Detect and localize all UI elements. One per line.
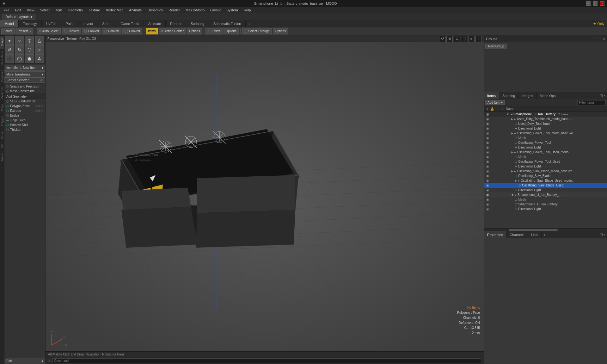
tab-game-tools[interactable]: Game Tools bbox=[116, 20, 144, 27]
tool-target-btn[interactable]: ◎ bbox=[25, 36, 34, 45]
tree-dir-light-3[interactable]: ◉ ✦ Directional Light bbox=[484, 164, 607, 169]
prop-close-icon[interactable]: × bbox=[604, 233, 606, 237]
thicken-button[interactable]: ⬡ Thicken bbox=[4, 127, 45, 132]
tree-battery-named-mesh[interactable]: ◉ ⬡ Smartphone_Li_Ion_Battery bbox=[484, 202, 607, 207]
menu-view[interactable]: View bbox=[24, 8, 37, 13]
prop-expand-icon[interactable]: ⊡ bbox=[600, 233, 603, 237]
menu-vertex-map[interactable]: Vertex Map bbox=[103, 8, 126, 13]
tool-circle-btn[interactable]: ● bbox=[5, 36, 14, 45]
add-item-button[interactable]: Add Item ▾ bbox=[485, 100, 505, 105]
only-button[interactable]: ★ Only bbox=[591, 20, 607, 27]
tree-saw-blade-used[interactable]: ◉ ⬡ Oscillating_Saw_Blade_Used bbox=[484, 183, 607, 188]
convert4-button[interactable]: ◯ Convert bbox=[122, 28, 142, 34]
tree-dir-light-5[interactable]: ◉ ✦ Directional Light bbox=[484, 207, 607, 211]
tree-osc-used-group[interactable]: ◉ ▶ ▸ Oscillating_Power_Tool_Used_modo..… bbox=[484, 150, 607, 155]
menu-edit[interactable]: Edit bbox=[13, 8, 24, 13]
tool-circle2-btn[interactable]: ◯ bbox=[15, 54, 24, 63]
tree-saw-blade-group[interactable]: ◉ ▶ ▸ Oscillating_Saw_Blade_modo_base.lx… bbox=[484, 169, 607, 173]
groups-close-icon[interactable]: × bbox=[603, 37, 605, 41]
items-tab-mesh-ops[interactable]: Mesh Ops bbox=[536, 92, 559, 99]
center-selected-arrow[interactable]: ▾ bbox=[40, 77, 45, 83]
tree-battery-group[interactable]: ◉ ▼ ▸ Smartphone_Li_Ion_Battery_... bbox=[484, 192, 607, 197]
tool-play-btn[interactable]: ▷ bbox=[35, 45, 44, 54]
tree-osc-mesh[interactable]: ◉ ⬡ Mesh bbox=[484, 136, 607, 140]
polygon-bevel-button[interactable]: ⬡ Polygon Bevel Shift-B bbox=[4, 104, 45, 108]
tool-diamond-btn[interactable]: ⬟ bbox=[25, 54, 34, 63]
tab-paint[interactable]: Paint bbox=[61, 20, 78, 27]
tree-dir-light-4[interactable]: ◉ ✦ Directional Light bbox=[484, 188, 607, 192]
bridge-button[interactable]: ⬡ Bridge bbox=[4, 113, 45, 118]
tree-osc-power-group[interactable]: ◉ ▶ ▸ Oscillating_Power_Tool_modo_base.l… bbox=[484, 131, 607, 136]
menu-select[interactable]: Select bbox=[37, 8, 52, 13]
vtab-sculpt[interactable]: Sculpt bbox=[0, 35, 4, 49]
tree-battery-mesh[interactable]: ◉ ⬡ Mesh bbox=[484, 197, 607, 202]
vp-menu-btn[interactable]: ⋮ bbox=[475, 36, 482, 42]
prop-tab-properties[interactable]: Properties bbox=[484, 231, 506, 238]
menu-dynamics[interactable]: Dynamics bbox=[145, 8, 165, 13]
tab-animate[interactable]: Animate bbox=[144, 20, 166, 27]
mesh-constraints-button[interactable]: ◇ Mesh Constraints bbox=[4, 89, 45, 94]
menu-animate[interactable]: Animate bbox=[126, 8, 144, 13]
sds-subdivide-button[interactable]: ⬡ SDS Subdivide 2x bbox=[4, 99, 45, 104]
tree-used-dirty-mesh[interactable]: ◉ ⬡ Used_Dirty_Toothbrush bbox=[484, 121, 607, 126]
viewport-canvas[interactable]: 3.7V 1500mAh LI-ION Do not dispose... bbox=[46, 42, 484, 351]
items-expand-icon[interactable]: ⊡ bbox=[600, 94, 603, 98]
auto-select-button[interactable]: ⊙ Auto Select bbox=[37, 28, 61, 34]
items-tab-items[interactable]: Items bbox=[484, 92, 499, 99]
tab-scripting[interactable]: Scripting bbox=[186, 20, 209, 27]
menu-render[interactable]: Render bbox=[166, 8, 182, 13]
menu-file[interactable]: File bbox=[1, 8, 12, 13]
prop-add-button[interactable]: + bbox=[542, 231, 547, 238]
maximize-button[interactable]: □ bbox=[593, 1, 598, 6]
menu-texture[interactable]: Texture bbox=[86, 8, 103, 13]
vtab-duplicate[interactable]: Duplicate bbox=[0, 67, 4, 84]
items-scrollbar-h[interactable] bbox=[484, 228, 607, 231]
tab-model[interactable]: Model bbox=[0, 20, 19, 27]
menu-system[interactable]: System bbox=[224, 8, 241, 13]
tree-saw-blade[interactable]: ◉ ⬡ Oscillating_Saw_Blade bbox=[484, 173, 607, 178]
vtab-edge[interactable]: Edge bbox=[0, 102, 4, 113]
vp-focus-btn[interactable]: ⊕ bbox=[446, 36, 453, 42]
options2-button[interactable]: Options bbox=[224, 28, 239, 34]
vtab-curve[interactable]: Curve bbox=[0, 129, 4, 142]
vtab-item-menu[interactable]: Item Menu bbox=[0, 49, 4, 67]
tab-topology[interactable]: Topology bbox=[19, 20, 42, 27]
tree-osc-power-mesh[interactable]: ◉ ⬡ Oscillating_Power_Tool bbox=[484, 140, 607, 145]
tab-add-button[interactable]: + bbox=[246, 20, 253, 27]
tree-dir-light-2[interactable]: ◉ ✦ Directional Light bbox=[484, 145, 607, 150]
tool-rotate-right-btn[interactable]: ↻ bbox=[15, 45, 24, 54]
extrude-button[interactable]: ⬡ Extrude Shift-E bbox=[4, 108, 45, 113]
center-selected-button[interactable]: Center Selected bbox=[4, 77, 40, 83]
vp-rotate-btn[interactable]: ↺ bbox=[439, 36, 445, 42]
vtab-uv[interactable]: UV bbox=[0, 142, 4, 151]
tool-ring-btn[interactable]: ○ bbox=[15, 36, 24, 45]
vp-zoom-btn[interactable]: ⊙ bbox=[454, 36, 460, 42]
minimize-button[interactable]: ─ bbox=[586, 1, 591, 6]
tool-rotate-left-btn[interactable]: ↺ bbox=[5, 45, 14, 54]
menu-geometry[interactable]: Geometry bbox=[65, 8, 85, 13]
tree-container[interactable]: ◉ ▼ ▸ Smartphone_Li_Ion_Battery 7 Items bbox=[484, 112, 607, 228]
items-tab-images[interactable]: Images bbox=[518, 92, 536, 99]
menu-item[interactable]: Item bbox=[53, 8, 64, 13]
groups-expand-icon[interactable]: ⊡ bbox=[598, 37, 602, 41]
prop-tab-lists[interactable]: Lists bbox=[528, 231, 542, 238]
tool-triangle-btn[interactable]: △ bbox=[35, 36, 44, 45]
layouts-dropdown[interactable]: Default Layouts ▾ bbox=[3, 14, 35, 20]
action-center-button[interactable]: ⊕ Action Center bbox=[159, 28, 186, 34]
falloff-button[interactable]: ⬡ Falloff bbox=[205, 28, 222, 34]
new-group-button[interactable]: New Group bbox=[485, 44, 507, 49]
item-menu-dropdown[interactable]: Item Menu: New Item ▾ bbox=[4, 65, 45, 71]
tab-schematic-fusion[interactable]: Schematic Fusion bbox=[209, 20, 246, 27]
command-input[interactable] bbox=[52, 358, 481, 363]
sculpt-button[interactable]: Sculpt bbox=[1, 28, 15, 34]
vp-settings-btn[interactable]: ≡ bbox=[468, 36, 475, 42]
tree-osc-used-mesh[interactable]: ◉ ⬡ Mesh bbox=[484, 155, 607, 159]
scrollbar-thumb-h[interactable] bbox=[509, 229, 558, 231]
items-button[interactable]: Items bbox=[146, 28, 158, 34]
options3-button[interactable]: Options bbox=[273, 28, 288, 34]
options1-button[interactable]: Options bbox=[187, 28, 202, 34]
smooth-shift-button[interactable]: ⬡ Smooth Shift bbox=[4, 123, 45, 127]
edit-dropdown[interactable]: Edit ▾ bbox=[4, 358, 45, 364]
convert3-button[interactable]: ⬡ Convert bbox=[102, 28, 121, 34]
more-transforms-dropdown[interactable]: More Transforms ▾ bbox=[4, 71, 45, 77]
